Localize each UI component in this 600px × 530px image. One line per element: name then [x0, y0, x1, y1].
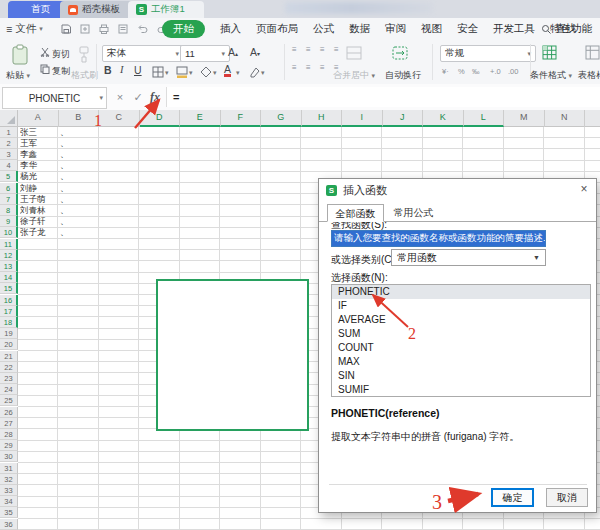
row-header-2[interactable]: 2	[0, 138, 18, 149]
row-header-31[interactable]: 31	[0, 463, 18, 474]
row-header-17[interactable]: 17	[0, 306, 18, 317]
increase-decimal-icon[interactable]: +.0	[490, 67, 501, 76]
row-header-4[interactable]: 4	[0, 160, 18, 171]
paste-icon[interactable]	[10, 44, 30, 66]
fill-color-caret[interactable]: ▾	[189, 69, 193, 77]
cell-B7[interactable]: 、	[60, 194, 80, 205]
menu-item-开始[interactable]: 开始	[162, 20, 205, 38]
cell-B10[interactable]: 、	[60, 227, 80, 238]
align-right-icon[interactable]: ≡	[320, 64, 325, 72]
row-header-8[interactable]: 8	[0, 205, 18, 216]
align-center-icon[interactable]: ≡	[306, 64, 311, 72]
formula-input[interactable]: =	[166, 87, 600, 107]
function-item-PHONETIC[interactable]: PHONETIC	[332, 285, 590, 299]
percent-icon[interactable]: %	[458, 67, 465, 76]
menu-item-数据[interactable]: 数据	[349, 22, 370, 36]
column-header-I[interactable]: I	[342, 110, 383, 127]
menu-item-审阅[interactable]: 审阅	[385, 22, 406, 36]
column-header-J[interactable]: J	[383, 110, 424, 127]
grow-font-button[interactable]: A▴	[228, 46, 238, 58]
function-item-SUMIF[interactable]: SUMIF	[332, 383, 590, 397]
cancel-entry-icon[interactable]: ×	[112, 87, 128, 107]
cell-A2[interactable]: 王军	[20, 138, 57, 149]
row-header-30[interactable]: 30	[0, 451, 18, 462]
menu-search[interactable]: 查找	[541, 18, 576, 40]
row-header-14[interactable]: 14	[0, 272, 18, 283]
row-header-32[interactable]: 32	[0, 474, 18, 485]
insert-function-icon[interactable]: fx	[147, 87, 163, 107]
cell-A8[interactable]: 刘青林	[20, 205, 57, 216]
cell-B3[interactable]: 、	[60, 149, 80, 160]
row-header-28[interactable]: 28	[0, 429, 18, 440]
cell-A3[interactable]: 李鑫	[20, 149, 57, 160]
font-color-button[interactable]: A	[224, 64, 231, 77]
fill-color-icon[interactable]	[176, 66, 188, 78]
copy-button[interactable]: 复制	[52, 65, 70, 78]
shading-icon[interactable]	[200, 66, 212, 78]
row-header-10[interactable]: 10	[0, 227, 18, 238]
row-header-22[interactable]: 22	[0, 362, 18, 373]
column-header-D[interactable]: D	[140, 110, 181, 127]
cell-B1[interactable]: 、	[60, 127, 80, 138]
cell-A4[interactable]: 李华	[20, 160, 57, 171]
menu-item-安全[interactable]: 安全	[457, 22, 478, 36]
font-size-select[interactable]: 11▾	[180, 45, 230, 62]
menu-item-开发工具[interactable]: 开发工具	[493, 22, 535, 36]
currency-icon[interactable]: ¥·	[442, 67, 449, 76]
cell-B6[interactable]: 、	[60, 183, 80, 194]
decrease-decimal-icon[interactable]: .00	[508, 67, 518, 76]
column-header-N[interactable]: N	[545, 110, 586, 127]
paste-button[interactable]: 粘贴 ▾	[6, 69, 30, 82]
row-header-36[interactable]: 36	[0, 519, 18, 530]
row-header-25[interactable]: 25	[0, 395, 18, 406]
eraser-icon[interactable]	[247, 66, 260, 78]
tab-common-formulas[interactable]: 常用公式	[385, 204, 442, 222]
column-header-E[interactable]: E	[180, 110, 221, 127]
confirm-entry-icon[interactable]: ✓	[130, 87, 146, 107]
column-header-K[interactable]: K	[423, 110, 464, 127]
row-header-19[interactable]: 19	[0, 328, 18, 339]
ok-button[interactable]: 确定	[491, 488, 534, 507]
column-header-A[interactable]: A	[18, 110, 59, 127]
column-header-L[interactable]: L	[464, 110, 505, 127]
output-icon[interactable]	[79, 23, 91, 35]
category-select[interactable]: 常用函数 ▼	[391, 249, 546, 266]
row-header-3[interactable]: 3	[0, 149, 18, 160]
row-header-21[interactable]: 21	[0, 351, 18, 362]
conditional-format-button[interactable]: 条件格式 ▾	[530, 69, 572, 82]
name-box[interactable]: PHONETIC ▾	[2, 87, 107, 109]
cell-A5[interactable]: 杨光	[20, 171, 57, 182]
select-all-corner[interactable]	[0, 110, 18, 127]
function-item-SUM[interactable]: SUM	[332, 327, 590, 341]
font-color-caret[interactable]: ▾	[236, 69, 240, 77]
column-header-G[interactable]: G	[261, 110, 302, 127]
column-header-H[interactable]: H	[302, 110, 343, 127]
increase-indent-icon[interactable]: ≡	[334, 46, 339, 54]
merge-center-button[interactable]: 合并居中 ▾	[333, 69, 375, 82]
decrease-indent-icon[interactable]: ≡	[320, 46, 325, 54]
row-header-9[interactable]: 9	[0, 216, 18, 227]
row-header-6[interactable]: 6	[0, 183, 18, 194]
tab-all-functions[interactable]: 全部函数	[327, 204, 384, 222]
shading-caret[interactable]: ▾	[213, 69, 217, 77]
close-icon[interactable]: ×	[576, 181, 592, 197]
thousands-icon[interactable]: ‰	[472, 67, 480, 76]
file-menu[interactable]: ≡ 文件 ▾	[6, 18, 43, 40]
font-name-select[interactable]: 宋体▾	[102, 45, 184, 62]
column-header-M[interactable]: M	[504, 110, 545, 127]
row-header-29[interactable]: 29	[0, 440, 18, 451]
function-list[interactable]: PHONETICIFAVERAGESUMCOUNTMAXSINSUMIF	[331, 284, 591, 397]
align-left-icon[interactable]: ≡	[292, 64, 297, 72]
function-search-input[interactable]: 请输入您要查找的函数名称或函数功能的简要描述...	[331, 230, 546, 247]
row-header-34[interactable]: 34	[0, 496, 18, 507]
row-header-26[interactable]: 26	[0, 407, 18, 418]
number-format-select[interactable]: 常规▾	[440, 45, 536, 62]
cell-A10[interactable]: 张子龙	[20, 227, 57, 238]
function-item-MAX[interactable]: MAX	[332, 355, 590, 369]
align-top-icon[interactable]: ≡	[292, 46, 297, 54]
borders-caret[interactable]: ▾	[165, 69, 169, 77]
menu-item-视图[interactable]: 视图	[421, 22, 442, 36]
row-header-5[interactable]: 5	[0, 171, 18, 182]
row-header-11[interactable]: 11	[0, 239, 18, 250]
column-header-O[interactable]: O	[585, 110, 600, 127]
